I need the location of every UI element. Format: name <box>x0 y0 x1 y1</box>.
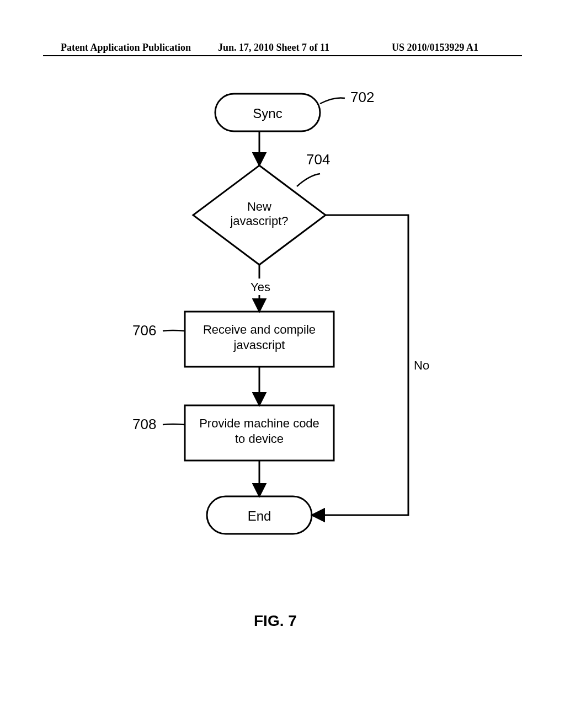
leader-702 <box>320 98 345 104</box>
node-end-label: End <box>248 508 271 523</box>
ref-708: 708 <box>132 416 156 432</box>
node-proc2-line2: to device <box>235 432 284 446</box>
ref-704: 704 <box>306 151 330 168</box>
leader-704 <box>297 174 320 186</box>
flowchart: Sync 702 New javascript? 704 Yes <box>0 0 565 609</box>
edge-no-label: No <box>414 358 429 372</box>
edge-yes-label: Yes <box>250 280 270 294</box>
node-proc2-line1: Provide machine code <box>199 416 319 430</box>
figure-caption: FIG. 7 <box>254 612 297 630</box>
ref-706: 706 <box>132 322 156 339</box>
page: Patent Application Publication Jun. 17, … <box>0 0 565 728</box>
ref-702: 702 <box>350 89 374 105</box>
node-proc1-line2: javascript <box>233 338 285 352</box>
leader-708 <box>163 424 185 425</box>
node-end: End <box>207 496 312 534</box>
node-proc2: Provide machine code to device <box>185 405 334 461</box>
edge-no-path <box>312 215 408 515</box>
node-decision-line2: javascript? <box>230 214 288 228</box>
leader-706 <box>163 330 185 331</box>
node-proc1: Receive and compile javascript <box>185 312 334 367</box>
node-proc1-line1: Receive and compile <box>203 323 316 336</box>
node-start-label: Sync <box>253 106 282 121</box>
node-decision-line1: New <box>247 200 271 213</box>
node-start: Sync <box>215 94 320 131</box>
